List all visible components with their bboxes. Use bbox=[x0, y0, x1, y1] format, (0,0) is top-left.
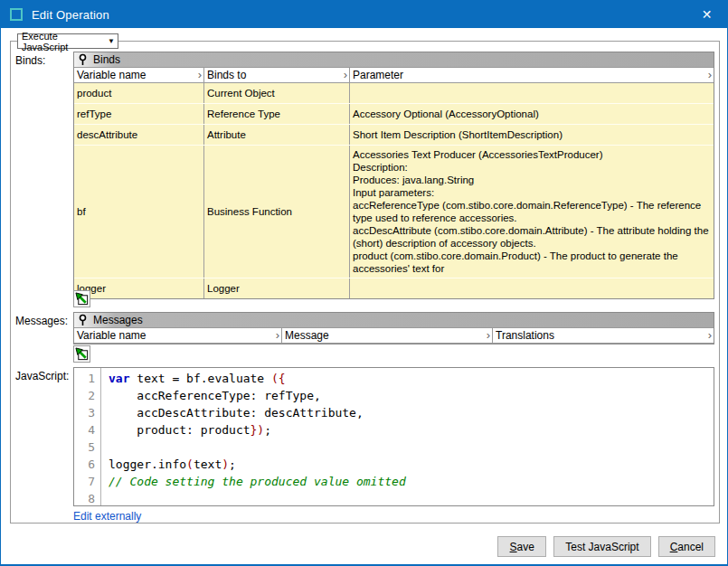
table-cell: bf bbox=[74, 146, 204, 278]
code-line: var text = bf.evaluate ({ bbox=[109, 370, 714, 387]
edit-externally-link[interactable]: Edit externally bbox=[73, 510, 141, 523]
line-number-gutter: 12345678 bbox=[74, 368, 101, 505]
table-cell: Short Item Description (ShortItemDescrip… bbox=[350, 125, 714, 145]
edit-operation-dialog: Edit Operation ✕ Execute JavaScript ▼ Bi… bbox=[0, 0, 728, 566]
table-cell: Accessories Text Producer (AccessoriesTe… bbox=[350, 146, 714, 278]
table-cell bbox=[350, 278, 714, 298]
code-line bbox=[109, 490, 714, 506]
messages-table-title: Messages bbox=[93, 314, 143, 326]
code-line: // Code setting the produced value omitt… bbox=[109, 473, 714, 490]
table-cell: Accessory Optional (AccessoryOptional) bbox=[350, 104, 714, 124]
binds-column-headers: Variable name› Binds to› Parameter› bbox=[74, 68, 714, 83]
messages-table: Messages Variable name› Message› Transla… bbox=[73, 312, 714, 344]
code-line: accReferenceType: refType, bbox=[109, 387, 714, 404]
column-header-parameter[interactable]: Parameter› bbox=[350, 68, 714, 82]
column-header-binds-to[interactable]: Binds to› bbox=[204, 68, 350, 82]
binds-table-title: Binds bbox=[93, 53, 120, 66]
binds-rows: productCurrent ObjectrefTypeReference Ty… bbox=[74, 83, 714, 298]
table-cell: Current Object bbox=[204, 83, 350, 103]
messages-add-row-button[interactable] bbox=[73, 345, 90, 363]
table-row[interactable]: refTypeReference TypeAccessory Optional … bbox=[74, 103, 714, 124]
table-row[interactable]: bfBusiness FunctionAccessories Text Prod… bbox=[74, 145, 714, 278]
save-button[interactable]: Save bbox=[497, 536, 546, 557]
column-chevron-icon: › bbox=[708, 71, 712, 80]
line-number: 7 bbox=[74, 473, 95, 490]
table-cell: product bbox=[74, 83, 204, 103]
table-cell: Business Function bbox=[204, 146, 350, 278]
column-chevron-icon: › bbox=[487, 331, 490, 340]
window-title: Edit Operation bbox=[32, 8, 109, 22]
column-chevron-icon: › bbox=[344, 71, 347, 80]
titlebar: Edit Operation ✕ bbox=[1, 1, 727, 28]
cancel-button[interactable]: Cancel bbox=[658, 536, 715, 557]
column-header-variable-name[interactable]: Variable name› bbox=[74, 68, 204, 82]
line-number: 3 bbox=[74, 404, 95, 421]
binds-table-header: Binds bbox=[74, 52, 714, 68]
pin-icon bbox=[77, 314, 89, 326]
code-line: accDescAttribute: descAttribute, bbox=[109, 404, 714, 421]
column-chevron-icon: › bbox=[708, 331, 712, 340]
table-cell: descAttribute bbox=[74, 125, 204, 145]
operation-type-select[interactable]: Execute JavaScript ▼ bbox=[17, 33, 118, 49]
column-header-message[interactable]: Message› bbox=[282, 328, 493, 343]
dialog-buttons: Save Test JavaScript Cancel bbox=[497, 536, 715, 557]
chevron-down-icon: ▼ bbox=[108, 37, 115, 45]
line-number: 8 bbox=[74, 490, 95, 506]
code-line: logger.info(text); bbox=[109, 456, 714, 473]
operation-type-value: Execute JavaScript bbox=[22, 31, 102, 52]
column-header-translations[interactable]: Translations› bbox=[493, 328, 714, 343]
messages-label: Messages: bbox=[15, 315, 68, 327]
table-cell: Attribute bbox=[204, 125, 350, 145]
messages-table-header: Messages bbox=[74, 313, 714, 328]
dialog-body: Execute JavaScript ▼ Binds: Binds Variab… bbox=[1, 28, 727, 564]
table-row[interactable]: descAttributeAttributeShort Item Descrip… bbox=[74, 124, 714, 145]
table-cell: refType bbox=[74, 104, 204, 124]
line-number: 6 bbox=[74, 456, 95, 473]
javascript-code-editor[interactable]: 12345678 var text = bf.evaluate ({ accRe… bbox=[73, 367, 714, 506]
javascript-label: JavaScript: bbox=[15, 370, 69, 382]
code-line: product: product}); bbox=[109, 421, 714, 439]
binds-table: Binds Variable name› Binds to› Parameter… bbox=[73, 52, 714, 299]
column-chevron-icon: › bbox=[198, 71, 202, 80]
messages-column-headers: Variable name› Message› Translations› bbox=[74, 328, 714, 344]
binds-label: Binds: bbox=[15, 54, 45, 67]
column-chevron-icon: › bbox=[276, 331, 279, 340]
table-row[interactable]: loggerLogger bbox=[74, 278, 714, 298]
line-number: 5 bbox=[74, 439, 95, 456]
table-cell: logger bbox=[74, 278, 204, 298]
line-number: 2 bbox=[74, 387, 95, 404]
add-row-icon bbox=[75, 347, 89, 361]
table-row[interactable]: productCurrent Object bbox=[74, 83, 714, 103]
line-number: 1 bbox=[74, 370, 95, 387]
table-cell bbox=[350, 83, 714, 103]
test-javascript-button[interactable]: Test JavaScript bbox=[553, 536, 650, 557]
line-number: 4 bbox=[74, 421, 95, 439]
code-line bbox=[109, 439, 714, 456]
binds-add-row-button[interactable] bbox=[73, 290, 90, 307]
window-icon bbox=[10, 8, 23, 21]
table-cell: Reference Type bbox=[204, 104, 350, 124]
column-header-variable-name[interactable]: Variable name› bbox=[74, 328, 282, 343]
close-button[interactable]: ✕ bbox=[686, 1, 727, 28]
pin-icon bbox=[77, 53, 89, 66]
table-cell: Logger bbox=[204, 278, 350, 298]
add-row-icon bbox=[75, 292, 89, 306]
code-area[interactable]: var text = bf.evaluate ({ accReferenceTy… bbox=[101, 368, 714, 505]
